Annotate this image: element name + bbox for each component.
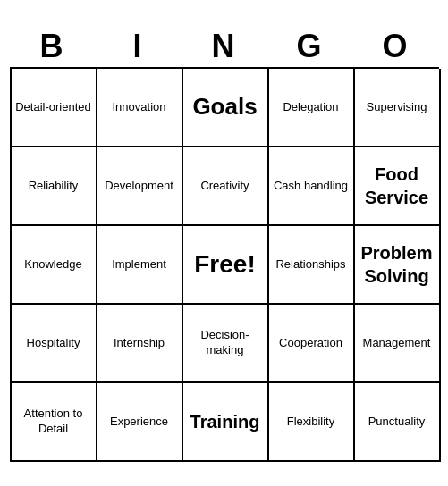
bingo-cell: Knowledge [12, 226, 97, 305]
bingo-cell: Experience [97, 383, 183, 462]
bingo-card: BINGO Detail-orientedInnovationGoalsDele… [10, 24, 439, 462]
bingo-cell: Free! [183, 226, 269, 305]
bingo-cell: Cooperation [269, 305, 355, 383]
bingo-cell: Hospitality [12, 305, 97, 383]
bingo-cell: Relationships [269, 226, 355, 305]
header-letter: G [267, 24, 353, 67]
bingo-cell: Delegation [269, 69, 355, 147]
bingo-cell: Flexibility [269, 383, 355, 462]
bingo-cell: Internship [97, 305, 183, 383]
bingo-cell: Reliability [12, 147, 97, 226]
bingo-cell: Training [183, 383, 269, 462]
bingo-cell: Development [97, 147, 183, 226]
bingo-cell: Problem Solving [355, 226, 441, 305]
header-letter: I [96, 24, 182, 67]
bingo-cell: Decision-making [183, 305, 269, 383]
bingo-cell: Punctuality [355, 383, 441, 462]
bingo-cell: Supervising [355, 69, 441, 147]
bingo-cell: Attention to Detail [12, 383, 97, 462]
bingo-cell: Detail-oriented [12, 69, 97, 147]
bingo-cell: Innovation [97, 69, 183, 147]
bingo-cell: Management [355, 305, 441, 383]
bingo-cell: Implement [97, 226, 183, 305]
bingo-header: BINGO [10, 24, 439, 67]
bingo-cell: Cash handling [269, 147, 355, 226]
header-letter: O [353, 24, 439, 67]
header-letter: B [10, 24, 96, 67]
bingo-cell: Goals [183, 69, 269, 147]
bingo-grid: Detail-orientedInnovationGoalsDelegation… [10, 67, 439, 462]
bingo-cell: Food Service [355, 147, 441, 226]
bingo-cell: Creativity [183, 147, 269, 226]
header-letter: N [182, 24, 267, 67]
